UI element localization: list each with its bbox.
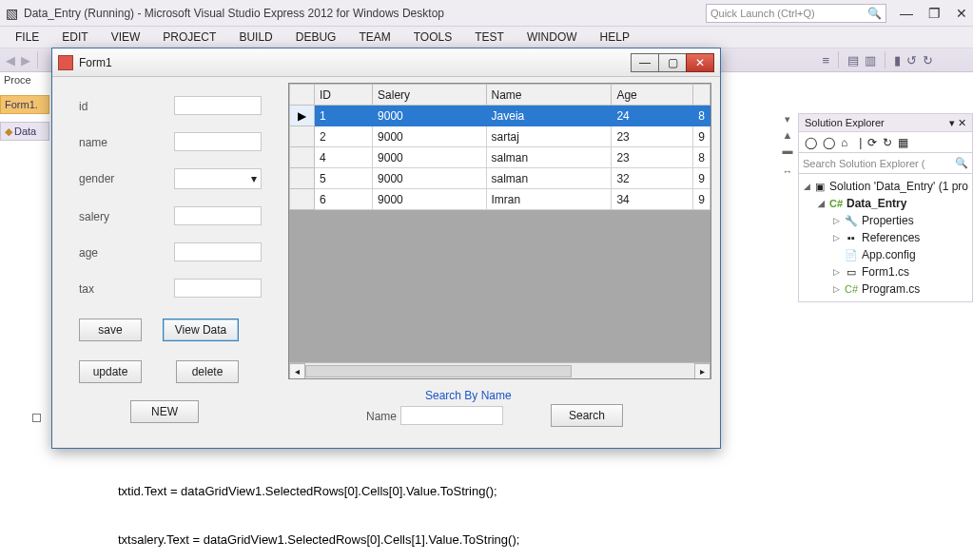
- input-name[interactable]: [174, 132, 262, 151]
- doc-tab-data[interactable]: ◆Data: [0, 122, 49, 141]
- menu-project[interactable]: PROJECT: [153, 29, 225, 46]
- grid-corner[interactable]: [290, 85, 315, 106]
- scroll-up-icon[interactable]: ▲: [783, 129, 793, 141]
- bookmark-icon[interactable]: ▮: [894, 53, 901, 68]
- sync-icon[interactable]: ↻: [883, 136, 892, 149]
- input-salery[interactable]: [174, 206, 262, 225]
- scroll-thumb[interactable]: [305, 365, 572, 377]
- label-id: id: [79, 100, 88, 113]
- label-name: name: [79, 136, 107, 149]
- outline-toggle-icon[interactable]: [32, 414, 41, 422]
- new-button[interactable]: NEW: [130, 400, 199, 423]
- tree-appconfig[interactable]: 📄App.config: [799, 246, 972, 263]
- menu-window[interactable]: WINDOW: [517, 29, 587, 46]
- save-button[interactable]: save: [79, 319, 142, 341]
- code-line: txtsalery.Text = dataGridView1.SelectedR…: [51, 531, 784, 548]
- combo-gender[interactable]: ▾: [174, 168, 262, 189]
- config-icon: 📄: [845, 249, 858, 261]
- back-icon[interactable]: ◯: [805, 136, 817, 149]
- code-outline-gutter: [30, 418, 44, 551]
- vs-logo-icon: ▧: [6, 6, 18, 21]
- refresh-icon[interactable]: ⟳: [867, 136, 877, 149]
- update-button[interactable]: update: [79, 360, 142, 383]
- delete-button[interactable]: delete: [176, 360, 239, 383]
- form1-minimize-button[interactable]: —: [631, 53, 659, 72]
- col-salery[interactable]: Salery: [373, 85, 486, 106]
- chevron-down-icon: ▾: [251, 172, 257, 185]
- comment-icon[interactable]: ≡: [822, 53, 829, 68]
- solution-explorer: Solution Explorer ▾ ✕ ◯ ◯ ⌂ | ⟳ ↻ ▦ Sear…: [798, 113, 973, 302]
- scroll-right-icon[interactable]: ▸: [694, 363, 710, 379]
- home-icon[interactable]: ⌂: [841, 136, 847, 149]
- cs-icon: C#: [845, 283, 858, 295]
- col-age[interactable]: Age: [612, 85, 693, 106]
- csproj-icon: C#: [829, 198, 843, 209]
- solution-explorer-search[interactable]: Search Solution Explorer ( 🔍: [798, 153, 973, 174]
- menu-view[interactable]: VIEW: [102, 29, 150, 46]
- redo-icon[interactable]: ↻: [923, 53, 933, 68]
- vs-close-button[interactable]: ✕: [956, 6, 967, 21]
- tree-project[interactable]: ◢C#Data_Entry: [799, 195, 972, 212]
- tree-references[interactable]: ▷▪▪References: [799, 229, 972, 246]
- search-name-label: Name: [366, 410, 397, 423]
- solution-explorer-title[interactable]: Solution Explorer ▾ ✕: [798, 113, 973, 132]
- dropdown-icon[interactable]: ▾: [785, 113, 790, 126]
- form-icon: [58, 55, 73, 70]
- form1-close-button[interactable]: ✕: [686, 53, 714, 72]
- outdent-icon[interactable]: ▥: [865, 53, 876, 68]
- form1-maximize-button[interactable]: ▢: [658, 53, 687, 72]
- grid-row[interactable]: 29000sartaj239: [290, 126, 710, 147]
- search-icon: 🔍: [955, 157, 968, 169]
- showall-icon[interactable]: ▦: [898, 136, 908, 149]
- form1-titlebar[interactable]: Form1 — ▢ ✕: [52, 48, 720, 77]
- grid-row[interactable]: 49000salman238: [290, 147, 710, 168]
- vs-restore-button[interactable]: ❐: [928, 6, 941, 21]
- menu-help[interactable]: HELP: [591, 29, 639, 46]
- input-tax[interactable]: [174, 279, 262, 298]
- fwd-icon[interactable]: ◯: [823, 136, 835, 149]
- toolbox-icon[interactable]: ▤: [847, 53, 859, 68]
- tree-programcs[interactable]: ▷C#Program.cs: [799, 280, 972, 298]
- menu-edit[interactable]: EDIT: [52, 29, 97, 46]
- vs-minimize-button[interactable]: —: [900, 6, 913, 21]
- nav-back-icon[interactable]: ◀: [6, 53, 15, 68]
- scroll-left-icon[interactable]: ◂: [289, 363, 305, 379]
- tree-form1cs[interactable]: ▷▭Form1.cs: [799, 263, 972, 280]
- grid-row[interactable]: 69000Imran349: [290, 189, 710, 210]
- grid-hscrollbar[interactable]: ◂ ▸: [289, 362, 710, 378]
- solution-tree: ◢▣Solution 'Data_Entry' (1 pro ◢C#Data_E…: [798, 174, 973, 302]
- panel-options-icon[interactable]: ▾ ✕: [949, 117, 966, 129]
- grid-row[interactable]: 59000salman329: [290, 168, 710, 189]
- tree-properties[interactable]: ▷🔧Properties: [799, 212, 972, 229]
- undo-icon[interactable]: ↺: [906, 53, 917, 68]
- doc-tab-form1[interactable]: Form1.: [0, 95, 49, 114]
- view-data-button[interactable]: View Data: [163, 319, 239, 341]
- menu-debug[interactable]: DEBUG: [286, 29, 346, 46]
- menu-test[interactable]: TEST: [465, 29, 514, 46]
- quick-launch-input[interactable]: Quick Launch (Ctrl+Q) 🔍: [706, 4, 886, 23]
- right-gutter: ▾ ▲ ▬ ↔: [779, 113, 796, 177]
- menu-file[interactable]: FILE: [6, 29, 49, 46]
- search-name-input[interactable]: [400, 406, 503, 425]
- menu-tools[interactable]: TOOLS: [404, 29, 461, 46]
- marker-icon: ↔: [783, 165, 793, 177]
- process-label: Proce: [0, 72, 49, 87]
- nav-fwd-icon[interactable]: ▶: [21, 53, 30, 68]
- menu-team[interactable]: TEAM: [349, 29, 399, 46]
- tree-solution[interactable]: ◢▣Solution 'Data_Entry' (1 pro: [799, 178, 972, 195]
- row-indicator-icon: ▶: [290, 106, 315, 126]
- label-gender: gender: [79, 172, 114, 185]
- label-salery: salery: [79, 210, 109, 223]
- solution-explorer-toolbar: ◯ ◯ ⌂ | ⟳ ↻ ▦: [798, 132, 973, 153]
- input-id[interactable]: [174, 96, 262, 115]
- menu-build[interactable]: BUILD: [229, 29, 282, 46]
- input-age[interactable]: [174, 242, 262, 261]
- col-id[interactable]: ID: [315, 85, 373, 106]
- col-overflow[interactable]: [693, 85, 710, 106]
- vs-titlebar: ▧ Data_Entry (Running) - Microsoft Visua…: [0, 0, 973, 27]
- grid-row[interactable]: ▶ 19000Javeia248: [290, 106, 710, 126]
- col-name[interactable]: Name: [486, 85, 612, 106]
- search-button[interactable]: Search: [551, 404, 623, 427]
- data-grid[interactable]: ID Salery Name Age ▶ 19000Javeia248 2900…: [288, 83, 711, 379]
- code-editor[interactable]: txtid.Text = dataGridView1.SelectedRows[…: [51, 451, 784, 560]
